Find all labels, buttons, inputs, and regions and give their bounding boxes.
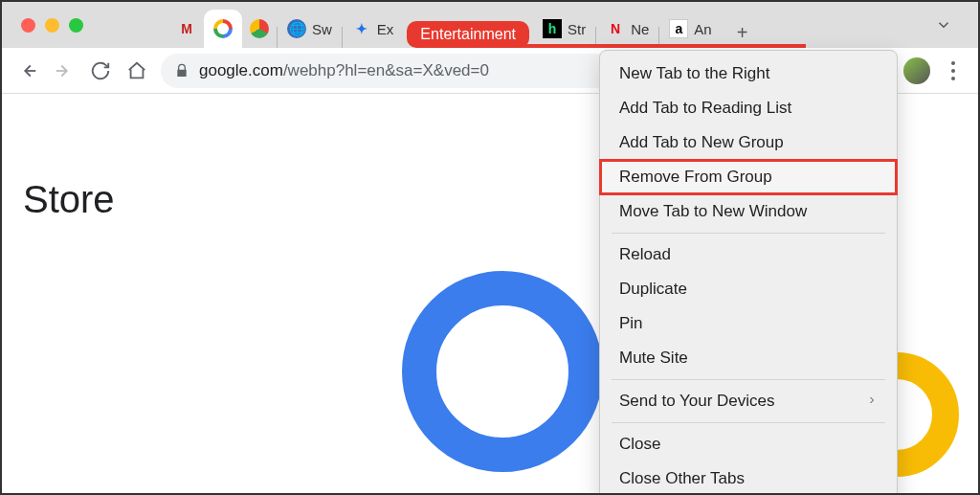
- google-icon: [213, 19, 233, 38]
- menu-move-new-window[interactable]: Move Tab to New Window: [600, 194, 897, 229]
- tab-label: Str: [568, 21, 586, 37]
- chrome-icon: [250, 19, 269, 38]
- menu-divider: [612, 379, 885, 380]
- home-icon: [126, 60, 147, 81]
- window-controls: [21, 18, 83, 33]
- menu-duplicate[interactable]: Duplicate: [600, 272, 897, 306]
- tab-chrome[interactable]: [242, 10, 277, 48]
- menu-divider: [612, 233, 885, 234]
- netflix-icon: N: [606, 19, 625, 38]
- amazon-icon: a: [669, 19, 688, 38]
- menu-close-other[interactable]: Close Other Tabs: [600, 461, 897, 495]
- tab-google[interactable]: [204, 10, 242, 48]
- store-link[interactable]: Store: [23, 178, 115, 221]
- arrow-left-icon: [17, 60, 38, 81]
- tab-safari[interactable]: 🌐 Sw: [278, 10, 342, 48]
- arrow-right-icon: [54, 60, 75, 81]
- menu-close[interactable]: Close: [600, 427, 897, 461]
- url-path: /webhp?hl=en&sa=X&ved=0: [283, 61, 489, 79]
- tab-label: Ex: [377, 21, 394, 37]
- tab-extensions[interactable]: ✦ Ex: [343, 10, 404, 48]
- dot-icon: [951, 61, 955, 65]
- maximize-window-button[interactable]: [69, 18, 83, 33]
- back-button[interactable]: [15, 58, 40, 83]
- menu-reload[interactable]: Reload: [600, 237, 897, 272]
- url-text: google.com/webhp?hl=en&sa=X&ved=0: [199, 61, 489, 80]
- extension-icon: ✦: [352, 19, 371, 38]
- dot-icon: [951, 69, 955, 73]
- menu-remove-from-group[interactable]: Remove From Group: [600, 160, 897, 194]
- menu-add-new-group[interactable]: Add Tab to New Group: [600, 125, 897, 160]
- group-underline: [450, 44, 806, 48]
- tab-label: An: [694, 21, 711, 37]
- url-host: google.com: [199, 61, 283, 79]
- menu-divider: [612, 422, 885, 423]
- tab-netflix[interactable]: N Ne: [596, 10, 658, 48]
- menu-add-reading-list[interactable]: Add Tab to Reading List: [600, 91, 897, 125]
- minimize-window-button[interactable]: [45, 18, 59, 33]
- home-button[interactable]: [124, 58, 149, 83]
- tab-search-button[interactable]: [928, 10, 959, 40]
- tab-label: Sw: [312, 21, 332, 37]
- menu-mute-site[interactable]: Mute Site: [600, 341, 897, 375]
- dot-icon: [951, 77, 955, 80]
- hulu-icon: h: [543, 19, 562, 38]
- chevron-down-icon: [935, 16, 952, 34]
- menu-send-devices[interactable]: Send to Your Devices: [600, 384, 897, 418]
- tab-strip: M 🌐 Sw ✦ Ex Entertainment h Str N Ne: [2, 2, 978, 48]
- chevron-right-icon: [866, 392, 878, 411]
- tab-amazon[interactable]: a An: [659, 10, 721, 48]
- tab-hulu[interactable]: h Str: [533, 10, 595, 48]
- profile-avatar[interactable]: [903, 57, 930, 84]
- menu-pin[interactable]: Pin: [600, 306, 897, 341]
- chrome-menu-button[interactable]: [942, 61, 965, 80]
- safari-icon: 🌐: [287, 19, 306, 38]
- tab-gmail-pinned[interactable]: M: [169, 10, 204, 48]
- tab-label: Ne: [631, 21, 649, 37]
- gmail-icon: M: [177, 19, 196, 38]
- close-window-button[interactable]: [21, 18, 35, 33]
- reload-icon: [90, 60, 111, 81]
- lock-icon: [174, 63, 189, 79]
- google-logo-blue-ring: [402, 271, 603, 472]
- menu-new-tab-right[interactable]: New Tab to the Right: [600, 56, 897, 91]
- tabs-container: M 🌐 Sw ✦ Ex Entertainment h Str N Ne: [169, 2, 928, 48]
- reload-button[interactable]: [88, 58, 113, 83]
- tab-context-menu: New Tab to the Right Add Tab to Reading …: [599, 50, 898, 495]
- forward-button[interactable]: [52, 58, 77, 83]
